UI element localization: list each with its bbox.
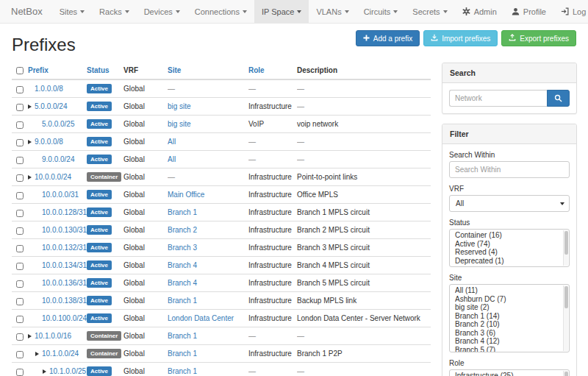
expand-caret-icon[interactable] [28, 175, 32, 180]
row-checkbox[interactable] [16, 369, 24, 376]
site-link[interactable]: All [168, 155, 176, 163]
prefix-link[interactable]: 9.0.0.0/8 [35, 138, 63, 146]
listbox-option[interactable]: Container (16) [455, 231, 562, 240]
nav-item-circuits[interactable]: Circuits [356, 0, 406, 23]
site-link[interactable]: Branch 1 [168, 332, 197, 340]
add-prefix-button[interactable]: Add a prefix [356, 30, 420, 46]
vrf-value: Global [123, 261, 145, 269]
site-link[interactable]: Branch 4 [168, 261, 197, 269]
row-checkbox[interactable] [16, 174, 24, 182]
listbox-option[interactable]: Branch 2 (10) [455, 320, 562, 329]
site-link[interactable]: big site [168, 120, 191, 128]
prefix-link[interactable]: 9.0.0.0/24 [42, 155, 74, 163]
scrollbar[interactable] [563, 285, 568, 351]
prefix-link[interactable]: 10.0.0.134/31 [42, 261, 87, 269]
vrf-select[interactable]: All [449, 195, 570, 212]
row-checkbox[interactable] [16, 280, 24, 288]
row-checkbox[interactable] [16, 86, 24, 93]
nav-item-sites[interactable]: Sites [52, 0, 92, 23]
row-checkbox[interactable] [16, 351, 24, 358]
nav-item-connections[interactable]: Connections [187, 0, 254, 23]
row-checkbox[interactable] [16, 210, 24, 217]
prefix-link[interactable]: 10.0.0.136/31 [42, 279, 87, 287]
site-link[interactable]: Branch 3 [168, 244, 197, 252]
scrollbar-thumb[interactable] [564, 286, 568, 308]
site-link[interactable]: Branch 1 [168, 350, 197, 358]
listbox-option[interactable]: Infrastructure (25) [455, 372, 562, 376]
search-button[interactable] [547, 90, 570, 107]
listbox-option[interactable]: Deprecated (1) [455, 257, 562, 266]
prefix-link[interactable]: 10.0.0.0/31 [42, 191, 79, 199]
row-checkbox[interactable] [16, 298, 24, 305]
prefix-link[interactable]: 10.0.0.0/24 [35, 173, 71, 181]
nav-item-devices[interactable]: Devices [137, 0, 187, 23]
listbox-option[interactable]: Active (74) [455, 240, 562, 249]
select-all-checkbox[interactable] [16, 67, 24, 74]
row-checkbox[interactable] [16, 104, 24, 111]
row-checkbox[interactable] [16, 157, 24, 164]
listbox-option[interactable]: big site (2) [455, 303, 562, 312]
col-header-prefix[interactable]: Prefix [28, 63, 87, 79]
site-link[interactable]: Main Office [168, 191, 204, 199]
nav-item-racks[interactable]: Racks [92, 0, 137, 23]
row-checkbox[interactable] [16, 139, 24, 146]
logout-link[interactable]: Log out [553, 0, 588, 23]
row-checkbox[interactable] [16, 316, 24, 323]
expand-caret-icon[interactable] [43, 369, 46, 374]
scrollbar-thumb[interactable] [564, 372, 568, 376]
col-header-status[interactable]: Status [87, 63, 123, 79]
site-link[interactable]: London Data Center [168, 314, 234, 322]
col-header-role[interactable]: Role [248, 63, 297, 79]
site-link[interactable]: All [168, 138, 176, 146]
listbox-option[interactable]: Branch 5 (7) [455, 346, 562, 353]
prefix-link[interactable]: 5.0.0.0/24 [35, 102, 67, 110]
prefix-link[interactable]: 10.0.100.0/24 [42, 314, 87, 322]
site-link[interactable]: Branch 1 [168, 297, 197, 305]
row-checkbox[interactable] [16, 245, 24, 252]
row-checkbox[interactable] [16, 333, 24, 341]
nav-item-ip-space[interactable]: IP Space [254, 0, 309, 23]
prefix-link[interactable]: 10.0.0.128/31 [42, 208, 87, 216]
prefix-link[interactable]: 10.1.0.0/24 [42, 350, 79, 358]
expand-caret-icon[interactable] [28, 104, 32, 109]
filter-panel: Filter Search Within VRF All Status Cont… [442, 124, 577, 376]
col-header-site[interactable]: Site [168, 63, 248, 79]
scrollbar[interactable] [563, 371, 568, 376]
prefix-link[interactable]: 10.0.0.130/31 [42, 226, 87, 234]
scrollbar[interactable] [563, 230, 568, 266]
prefix-link[interactable]: 10.0.0.132/31 [42, 244, 87, 252]
brand-logo[interactable]: NetBox [0, 0, 52, 23]
row-checkbox[interactable] [16, 192, 24, 199]
site-link[interactable]: Branch 4 [168, 279, 197, 287]
admin-link[interactable]: Admin [455, 0, 504, 23]
profile-link[interactable]: Profile [504, 0, 553, 23]
expand-caret-icon[interactable] [28, 334, 32, 338]
expand-caret-icon[interactable] [35, 352, 39, 356]
scrollbar-thumb[interactable] [564, 231, 568, 255]
row-checkbox[interactable] [16, 121, 24, 129]
site-link[interactable]: big site [168, 102, 191, 110]
prefix-link[interactable]: 10.0.0.138/31 [42, 297, 87, 305]
nav-item-secrets[interactable]: Secrets [405, 0, 454, 23]
listbox-option[interactable]: Reserved (4) [455, 248, 562, 257]
expand-caret-icon[interactable] [28, 140, 32, 144]
prefix-link[interactable]: 10.1.0.0/25 [49, 367, 86, 375]
export-prefixes-button[interactable]: Export prefixes [501, 30, 576, 46]
listbox-option[interactable]: Branch 1 (14) [455, 312, 562, 321]
import-prefixes-button[interactable]: Import prefixes [423, 30, 498, 46]
listbox-option[interactable]: Ashburn DC (7) [455, 295, 562, 304]
nav-item-vlans[interactable]: VLANs [309, 0, 356, 23]
row-checkbox[interactable] [16, 227, 24, 235]
prefix-link[interactable]: 1.0.0.0/8 [35, 85, 63, 93]
listbox-option[interactable]: All (11) [455, 286, 562, 295]
row-checkbox[interactable] [16, 263, 24, 270]
site-link[interactable]: Branch 1 [168, 367, 197, 375]
listbox-option[interactable]: Branch 4 (12) [455, 337, 562, 346]
listbox-option[interactable]: Branch 3 (6) [455, 329, 562, 338]
prefix-link[interactable]: 5.0.0.0/25 [42, 120, 74, 128]
site-link[interactable]: Branch 2 [168, 226, 197, 234]
site-link[interactable]: Branch 1 [168, 208, 197, 216]
prefix-link[interactable]: 10.1.0.0/16 [35, 332, 71, 340]
search-input[interactable] [449, 90, 547, 107]
search-within-input[interactable] [449, 161, 570, 178]
